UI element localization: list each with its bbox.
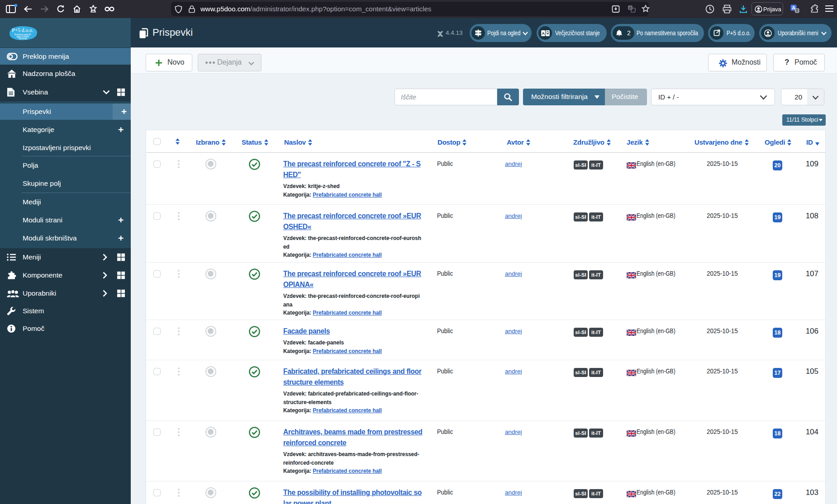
svg-text:P+5 d.o.o.: P+5 d.o.o. (12, 28, 33, 33)
svg-text:文: 文 (795, 9, 799, 13)
svg-text:Slovenija: Slovenija (19, 38, 27, 40)
svg-text:A: A (542, 31, 545, 36)
